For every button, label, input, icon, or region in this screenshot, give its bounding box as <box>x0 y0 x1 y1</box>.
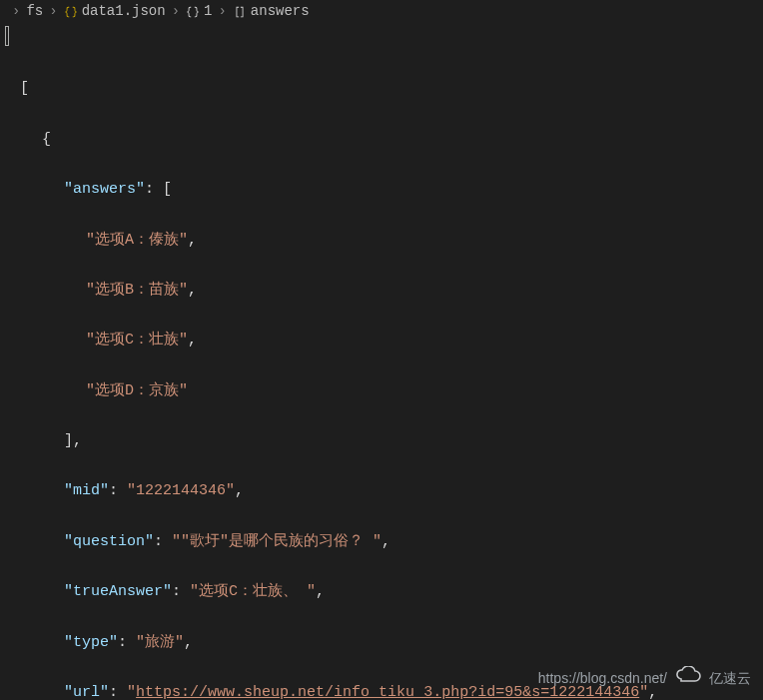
json-string: 选项C：壮族 <box>95 332 179 349</box>
breadcrumb-sep: › <box>166 0 186 24</box>
editor-content[interactable]: [ { "answers": [ "选项A：傣族", "选项B：苗族", "选项… <box>0 24 763 700</box>
breadcrumb-sep: › <box>43 0 63 24</box>
breadcrumb-index[interactable]: 1 <box>204 0 212 24</box>
json-string: 选项C：壮族、 <box>199 583 298 600</box>
json-braces-icon <box>186 5 200 19</box>
json-braces-icon <box>64 5 78 19</box>
json-string: "歌圩"是哪个民族的习俗？ <box>181 533 364 550</box>
json-key: url <box>73 684 100 700</box>
watermark-url: https://blog.csdn.net/ <box>538 667 667 691</box>
json-key: answers <box>73 181 136 198</box>
breadcrumb-fs[interactable]: fs <box>26 0 43 24</box>
breadcrumb-sep: › <box>6 0 26 24</box>
json-key: question <box>73 533 145 550</box>
json-string: 选项D：京族 <box>95 382 179 399</box>
json-key: type <box>73 634 109 651</box>
json-key: mid <box>73 482 100 499</box>
watermark: https://blog.csdn.net/ 亿速云 <box>538 666 751 692</box>
json-key: trueAnswer <box>73 583 163 600</box>
json-string: 选项B：苗族 <box>95 282 179 299</box>
breadcrumb-file[interactable]: data1.json <box>82 0 166 24</box>
json-string: 旅游 <box>145 634 175 651</box>
json-string: 选项A：傣族 <box>95 232 179 249</box>
cursor <box>5 26 9 46</box>
breadcrumb-key[interactable]: answers <box>251 0 310 24</box>
breadcrumb-sep: › <box>212 0 232 24</box>
breadcrumb: › fs › data1.json › 1 › answers <box>0 0 763 24</box>
json-array-icon <box>233 5 247 19</box>
watermark-brand: 亿速云 <box>709 667 751 691</box>
cloud-icon <box>673 666 703 692</box>
json-string: 1222144346 <box>136 482 226 499</box>
